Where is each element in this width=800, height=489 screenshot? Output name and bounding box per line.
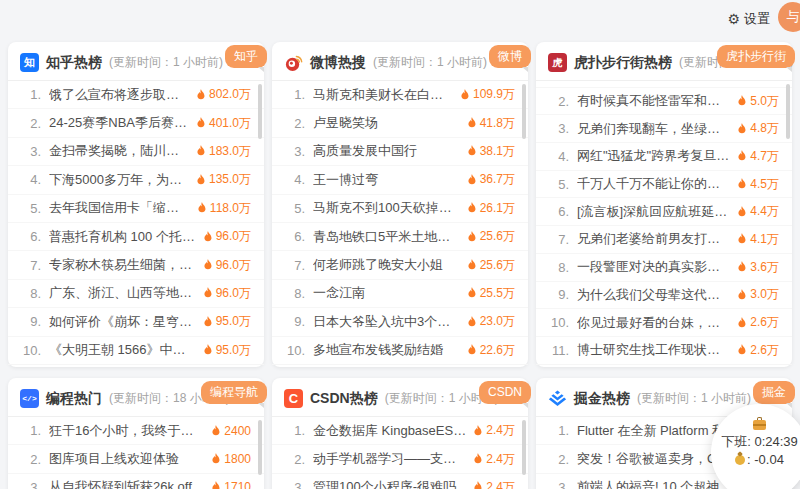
- list-item[interactable]: 8.一念江南25.5万: [272, 280, 528, 308]
- item-heat-value: 109.9万: [473, 86, 515, 103]
- list-item[interactable]: 8.一段警匪对决的真实影像，任何电影...3.6万: [536, 254, 792, 282]
- item-heat-value: 135.0万: [209, 171, 251, 188]
- item-rank: 4.: [547, 149, 569, 164]
- list-item[interactable]: 5.去年我国信用卡「缩水」4000万...118.0万: [8, 195, 264, 223]
- scrollbar-thumb[interactable]: [522, 420, 526, 475]
- flame-icon: [737, 261, 747, 273]
- item-heat-value: 802.0万: [209, 86, 251, 103]
- moneybag-icon: [735, 455, 745, 465]
- list-item[interactable]: 7.专家称木筷易生细菌，建议 3-6 个...96.0万: [8, 251, 264, 279]
- topbar: ⚙ 设置 与: [727, 6, 800, 32]
- list-item[interactable]: 1.金仓数据库 KingbaseES 产品深度优...2.4万: [272, 417, 528, 445]
- card-update-time: (更新时间：1 小时前): [637, 390, 751, 407]
- item-heat: 2.4万: [473, 422, 515, 439]
- list-item[interactable]: 2.有时候真不能怪雷军和小米，摊上这...5.0万: [536, 88, 792, 116]
- item-title: 图库项目上线欢迎体验: [49, 450, 205, 468]
- list-item[interactable]: 3.管理100个小程序-很难吗2.4万: [272, 474, 528, 489]
- item-title: 有时候真不能怪雷军和小米，摊上这...: [577, 92, 731, 110]
- item-heat: 41.8万: [467, 115, 515, 132]
- item-rank: 6.: [19, 229, 41, 244]
- list-item[interactable]: 9.如何评价《崩坏：星穹铁道》二周...95.0万: [8, 308, 264, 336]
- list-item[interactable]: 6.[流言板]深航回应航班延误致乘客被...4.4万: [536, 198, 792, 226]
- list-item[interactable]: 6.青岛地铁口5平米土地无人认领25.6万: [272, 223, 528, 251]
- flame-icon: [211, 425, 221, 437]
- settings-button[interactable]: ⚙ 设置: [727, 10, 770, 28]
- card-title: 编程热门: [46, 390, 102, 408]
- list-item[interactable]: 5.马斯克不到100天砍掉自己1500亿...26.1万: [272, 195, 528, 223]
- item-rank: 6.: [283, 229, 305, 244]
- list-item[interactable]: 9.日本大爷坠入坑中3个月仍未获救23.0万: [272, 308, 528, 336]
- list-item[interactable]: 1.马斯克和美财长在白宫大吵狂飙脏...109.9万: [272, 81, 528, 109]
- list-item[interactable]: 7.何老师跳了晚安大小姐25.6万: [272, 251, 528, 279]
- item-rank: 3.: [547, 121, 569, 136]
- item-heat: 4.1万: [737, 231, 779, 248]
- list-item[interactable]: 10.《大明王朝 1566》中，嘉靖为什...95.0万: [8, 337, 264, 365]
- flame-icon: [196, 174, 206, 186]
- item-title: 何老师跳了晚安大小姐: [313, 256, 461, 274]
- hupu-logo-icon: 虎: [548, 53, 567, 72]
- list-item[interactable]: 10.你见过最好看的台妹，是怎样的？可...2.6万: [536, 309, 792, 337]
- card-source-tag[interactable]: 编程导航: [201, 381, 267, 404]
- list-item[interactable]: 1.狂干16个小时，我终于把项目上线...2400: [8, 417, 264, 445]
- item-heat: 118.0万: [197, 200, 251, 217]
- list-item[interactable]: 2.动手学机器学习——支持向量机SVM...2.4万: [272, 445, 528, 473]
- card-source-tag[interactable]: 微博: [489, 45, 531, 68]
- item-rank: 2.: [547, 94, 569, 109]
- scrollbar-thumb[interactable]: [522, 84, 526, 139]
- list-item[interactable]: 11.博士研究生找工作现状，不吐不快2.6万: [536, 337, 792, 365]
- list-item[interactable]: [536, 81, 792, 88]
- item-heat-value: 4.4万: [750, 203, 779, 220]
- flame-icon: [203, 231, 213, 243]
- item-title: 卢昱晓笑场: [313, 114, 461, 132]
- avatar[interactable]: 与: [778, 2, 800, 32]
- scrollbar-thumb[interactable]: [258, 84, 262, 139]
- list-item[interactable]: 3.兄弟们奔现翻车，坐绿皮车连夜跑路...4.8万: [536, 115, 792, 143]
- hotlist-card-zhihu: 知知乎热榜(更新时间：1 小时前)知乎1.饿了么宣布将逐步取消外卖超时...80…: [8, 42, 264, 367]
- flame-icon: [737, 178, 747, 190]
- list-item[interactable]: 10.多地宣布发钱奖励结婚22.6万: [272, 337, 528, 365]
- briefcase-icon: [753, 420, 766, 430]
- hot-items-list: 1.马斯克和美财长在白宫大吵狂飙脏...109.9万2.卢昱晓笑场41.8万3.…: [272, 81, 528, 365]
- gear-icon: ⚙: [727, 12, 740, 26]
- list-item[interactable]: 2.卢昱晓笑场41.8万: [272, 109, 528, 137]
- scrollbar-thumb[interactable]: [786, 84, 790, 139]
- flame-icon: [737, 233, 747, 245]
- list-item[interactable]: 4.下海5000多万年，为什么鲸鱼没...135.0万: [8, 166, 264, 194]
- item-title: 广东、浙江、山西等地宣布发钱奖...: [49, 284, 197, 302]
- list-item[interactable]: 1.饿了么宣布将逐步取消外卖超时...802.0万: [8, 81, 264, 109]
- list-item[interactable]: 5.千万人千万不能让你的男人来胡志明...4.5万: [536, 171, 792, 199]
- list-item[interactable]: 7.兄弟们老婆给前男友打了胎，我刚知...4.1万: [536, 226, 792, 254]
- item-title: 一念江南: [313, 284, 461, 302]
- item-title: 下海5000多万年，为什么鲸鱼没...: [49, 171, 190, 189]
- item-rank: 9.: [547, 287, 569, 302]
- list-item[interactable]: 4.网红"迅猛龙"跨界考复旦大学，公平...4.7万: [536, 143, 792, 171]
- list-item[interactable]: 2.24-25赛季NBA季后赛湖人 104:11...401.0万: [8, 109, 264, 137]
- item-title: 管理100个小程序-很难吗: [313, 478, 467, 489]
- juejin-logo-icon: [548, 389, 567, 408]
- list-item[interactable]: 9.为什么我们父母辈这代会经常为了一...3.0万: [536, 282, 792, 310]
- item-heat-value: 3.0万: [750, 286, 779, 303]
- item-heat: 3.0万: [737, 286, 779, 303]
- card-source-tag[interactable]: 知乎: [225, 45, 267, 68]
- list-item[interactable]: 3.高质量发展中国行38.1万: [272, 138, 528, 166]
- item-heat: 2400: [211, 424, 251, 438]
- list-item[interactable]: 8.广东、浙江、山西等地宣布发钱奖...96.0万: [8, 280, 264, 308]
- card-source-tag[interactable]: 掘金: [753, 381, 795, 404]
- item-heat-value: 96.0万: [216, 228, 251, 245]
- card-source-tag[interactable]: CSDN: [479, 381, 531, 404]
- list-item[interactable]: 3.金扫帚奖揭晓，陆川《749 局》横...183.0万: [8, 138, 264, 166]
- list-item[interactable]: 3.从自我怀疑到斩获26k offer: 一个普...1710: [8, 474, 264, 489]
- item-heat: 401.0万: [196, 115, 251, 132]
- list-item[interactable]: 2.图库项目上线欢迎体验1800: [8, 445, 264, 473]
- item-title: [流言板]深航回应航班延误致乘客被...: [577, 203, 731, 221]
- card-source-tag[interactable]: 虎扑步行街: [717, 45, 795, 68]
- list-item[interactable]: 4.王一博过弯36.7万: [272, 166, 528, 194]
- item-title: 青岛地铁口5平米土地无人认领: [313, 228, 461, 246]
- item-rank: 2.: [19, 116, 41, 131]
- item-heat: 3.6万: [737, 259, 779, 276]
- item-rank: 5.: [19, 201, 41, 216]
- flame-icon: [467, 174, 477, 186]
- flame-icon: [467, 344, 477, 356]
- scrollbar-thumb[interactable]: [258, 420, 262, 475]
- list-item[interactable]: 6.普惠托育机构 100 个托位只招到 17...96.0万: [8, 223, 264, 251]
